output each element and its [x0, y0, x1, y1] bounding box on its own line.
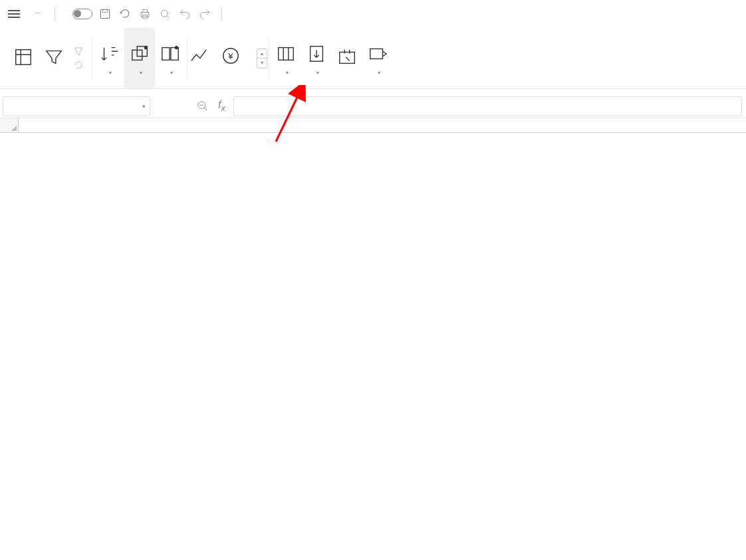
fx-icon[interactable]: fx — [218, 99, 225, 113]
chevron-down-icon: ▾ — [140, 70, 142, 76]
formula-input[interactable] — [233, 96, 742, 116]
divider — [221, 7, 222, 21]
undo2-icon[interactable] — [178, 7, 192, 21]
duplicates-button[interactable]: ▾ — [124, 28, 155, 88]
fill-button[interactable]: ▾ — [301, 28, 332, 88]
filter-icon — [44, 44, 64, 70]
svg-rect-2 — [141, 12, 149, 17]
file-menu[interactable]: ﹀ — [28, 8, 45, 20]
divider — [187, 38, 187, 79]
divider — [269, 38, 269, 79]
fund-button[interactable]: ¥ — [221, 46, 241, 70]
pivot-table-button[interactable] — [8, 28, 39, 88]
divider — [55, 7, 55, 21]
sort-button[interactable]: ▾ — [94, 28, 124, 88]
duplicates-icon — [130, 41, 150, 67]
svg-rect-18 — [370, 49, 383, 59]
chevron-down-icon: ▾ — [109, 70, 112, 76]
svg-rect-6 — [16, 49, 31, 64]
sort-icon — [99, 41, 119, 67]
svg-rect-10 — [162, 48, 170, 60]
svg-rect-15 — [279, 48, 294, 60]
chevron-down-icon: ▾ — [316, 70, 319, 76]
preview-icon[interactable] — [158, 7, 172, 21]
spreadsheet[interactable] — [0, 118, 746, 133]
fill-icon — [307, 41, 326, 67]
compare-button[interactable]: ▾ — [155, 28, 186, 88]
reapply-button[interactable] — [73, 60, 86, 70]
fund-icon: ¥ — [221, 46, 241, 68]
switch-icon[interactable] — [72, 9, 92, 19]
svg-rect-0 — [100, 9, 109, 18]
svg-rect-11 — [171, 48, 178, 60]
ribbon: ▾ ▾ ▾ ¥ ▴▾ ▾ ▾ ▾ — [0, 28, 746, 89]
chevron-up-icon[interactable]: ▴ — [257, 49, 267, 58]
validation-icon — [368, 41, 388, 67]
name-box[interactable]: ▾ — [3, 96, 150, 116]
stock-nav[interactable]: ▴▾ — [257, 48, 267, 68]
chevron-down-icon[interactable]: ▾ — [142, 103, 146, 110]
autosave-toggle[interactable] — [68, 9, 92, 19]
svg-rect-3 — [143, 9, 148, 12]
formula-bar: ▾ fx — [0, 89, 746, 118]
split-icon — [276, 41, 296, 67]
findrec-button[interactable] — [332, 28, 362, 88]
select-all-corner[interactable] — [0, 118, 19, 132]
undo-icon[interactable] — [118, 7, 132, 21]
print-icon[interactable] — [138, 7, 152, 21]
findrec-icon — [337, 44, 357, 70]
hamburger-icon[interactable] — [5, 7, 23, 21]
save-icon[interactable] — [98, 7, 112, 21]
chevron-down-icon[interactable]: ▾ — [257, 58, 267, 68]
split-button[interactable]: ▾ — [271, 28, 301, 88]
pivot-icon — [13, 44, 33, 70]
svg-point-12 — [176, 47, 178, 49]
compare-icon — [160, 41, 180, 67]
chevron-down-icon: ▾ — [170, 70, 173, 76]
column-headers — [0, 118, 746, 133]
chevron-down-icon: ▾ — [378, 70, 380, 76]
stock-button[interactable] — [189, 46, 209, 70]
showall-button[interactable] — [73, 47, 86, 57]
divider — [92, 38, 92, 79]
autofilter-button[interactable] — [39, 28, 69, 88]
redo-icon[interactable] — [197, 7, 212, 21]
chevron-down-icon: ﹀ — [35, 9, 41, 19]
validation-button[interactable]: ▾ — [362, 28, 393, 88]
svg-text:¥: ¥ — [227, 51, 233, 61]
chevron-down-icon: ▾ — [286, 70, 289, 76]
stock-icon — [189, 46, 209, 68]
zoom-out-icon[interactable] — [197, 100, 209, 112]
svg-point-9 — [145, 47, 148, 49]
